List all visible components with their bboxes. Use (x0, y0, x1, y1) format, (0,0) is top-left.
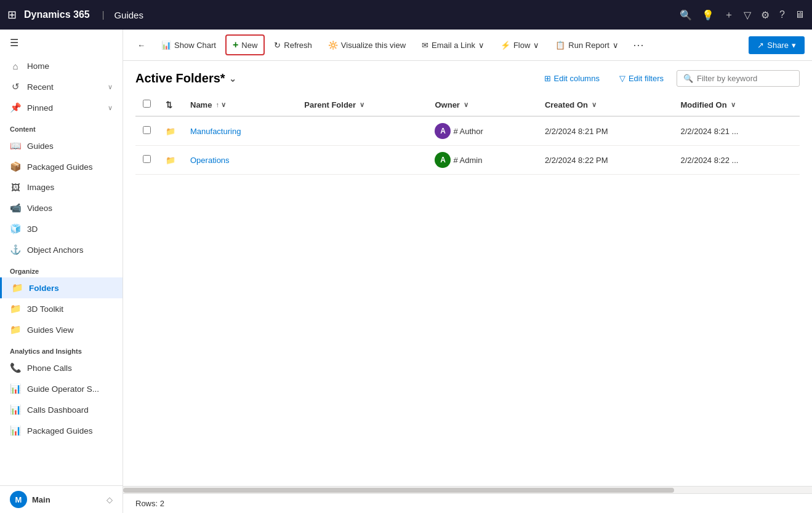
help-icon[interactable]: ? (779, 9, 785, 20)
phone-icon: 📞 (10, 362, 21, 373)
edit-filters-button[interactable]: ▽ Edit filters (613, 70, 670, 87)
search-icon[interactable]: 🔍 (680, 9, 692, 21)
nav-icon-group: 🔍 💡 ＋ ▽ ⚙ ? 🖥 (680, 9, 805, 22)
hamburger-button[interactable]: ☰ (0, 30, 123, 56)
row1-checkbox[interactable] (143, 126, 151, 134)
row-count-bar: Rows: 2 (123, 493, 812, 513)
row1-type-icon: 📁 (166, 127, 175, 136)
modified-on-column-header[interactable]: Modified On ∨ (673, 93, 800, 116)
footer-left: M Main (10, 491, 50, 508)
table-row: 📁 Operations A # Admin (135, 146, 800, 175)
add-icon[interactable]: ＋ (724, 9, 734, 22)
edit-columns-button[interactable]: ⊞ Edit columns (537, 70, 606, 87)
sidebar-item-images-label: Images (27, 183, 54, 192)
row2-parent-folder-cell (297, 146, 427, 175)
pinned-icon: 📌 (10, 102, 21, 113)
row1-owner-cell: A # Author (427, 116, 537, 146)
flow-button[interactable]: ⚡ Flow ∨ (494, 36, 546, 54)
row1-created-on: 2/2/2024 8:21 PM (545, 127, 608, 136)
parent-folder-column-header[interactable]: Parent Folder ∨ (297, 93, 427, 116)
table-area: ⇅ Name ↑ ∨ Parent Folder ∨ (123, 93, 812, 486)
horizontal-scrollbar[interactable] (123, 486, 812, 493)
sidebar-item-guide-operator[interactable]: 📊 Guide Operator S... (0, 378, 123, 399)
list-title-dropdown[interactable]: ⌄ (229, 74, 236, 84)
columns-icon: ⊞ (544, 74, 551, 83)
more-button[interactable]: ⋯ (628, 36, 649, 54)
table-row: 📁 Manufacturing A # Author (135, 116, 800, 146)
sidebar-item-calls-dashboard[interactable]: 📊 Calls Dashboard (0, 399, 123, 420)
row2-name-link[interactable]: Operations (190, 156, 230, 165)
sidebar-item-home-label: Home (27, 62, 49, 71)
sidebar-item-folders[interactable]: 📁 Folders (0, 277, 123, 298)
footer-avatar: M (10, 491, 27, 508)
select-all-checkbox[interactable] (143, 100, 151, 108)
filters-icon: ▽ (619, 74, 625, 83)
row2-type-icon: 📁 (166, 156, 175, 165)
sidebar-item-guides-view[interactable]: 📁 Guides View (0, 319, 123, 340)
sidebar-item-object-anchors[interactable]: ⚓ Object Anchors (0, 239, 123, 260)
email-link-label: Email a Link (432, 41, 475, 50)
sidebar-item-packaged-guides-analytics[interactable]: 📊 Packaged Guides (0, 420, 123, 441)
folders-icon: 📁 (12, 282, 23, 293)
settings-icon[interactable]: ⚙ (761, 9, 770, 21)
row2-owner-name: # Admin (453, 156, 482, 165)
sidebar-item-3d[interactable]: 🧊 3D (0, 218, 123, 239)
row2-checkbox-cell[interactable] (135, 146, 158, 175)
refresh-button[interactable]: ↻ Refresh (267, 36, 319, 54)
visualize-button[interactable]: 🔆 Visualize this view (321, 36, 412, 54)
footer-expand-icon[interactable]: ◇ (107, 495, 113, 504)
row1-owner-name: # Author (453, 127, 483, 136)
sidebar-item-home[interactable]: ⌂ Home (0, 56, 123, 76)
row2-name-cell[interactable]: Operations (183, 146, 297, 175)
filter-icon[interactable]: ▽ (744, 9, 751, 21)
filter-search-box[interactable]: 🔍 (677, 70, 800, 87)
list-actions: ⊞ Edit columns ▽ Edit filters 🔍 (537, 70, 800, 87)
created-on-column-header[interactable]: Created On ∨ (537, 93, 673, 116)
sidebar-item-images[interactable]: 🖼 Images (0, 177, 123, 197)
email-link-button[interactable]: ✉ Email a Link ∨ (415, 36, 491, 54)
run-report-button[interactable]: 📋 Run Report ∨ (549, 36, 625, 54)
sidebar-item-recent[interactable]: ↺ Recent ∨ (0, 76, 123, 97)
select-all-column[interactable] (135, 93, 158, 116)
row1-checkbox-cell[interactable] (135, 116, 158, 146)
guides-view-icon: 📁 (10, 324, 21, 335)
refresh-icon: ↻ (274, 41, 281, 50)
row-icon-column: ⇅ (158, 93, 183, 116)
row1-name-cell[interactable]: Manufacturing (183, 116, 297, 146)
data-table: ⇅ Name ↑ ∨ Parent Folder ∨ (135, 93, 800, 175)
sidebar-item-videos[interactable]: 📹 Videos (0, 197, 123, 218)
app-grid-button[interactable]: ⊞ (7, 8, 17, 22)
row2-checkbox[interactable] (143, 155, 151, 163)
lightbulb-icon[interactable]: 💡 (702, 9, 714, 21)
scrollbar-thumb[interactable] (123, 488, 674, 493)
back-button[interactable]: ← (131, 36, 152, 54)
row2-modified-on: 2/2/2024 8:22 ... (680, 156, 738, 165)
filter-search-input[interactable] (697, 74, 793, 83)
sidebar-item-pinned[interactable]: 📌 Pinned ∨ (0, 97, 123, 118)
sidebar-item-guides[interactable]: 📖 Guides (0, 135, 123, 156)
share-button[interactable]: ↗ Share ▾ (749, 36, 805, 54)
list-header: Active Folders* ⌄ ⊞ Edit columns ▽ Edit … (123, 61, 812, 93)
new-button[interactable]: + New (225, 34, 265, 55)
3d-icon: 🧊 (10, 223, 21, 234)
row1-owner-avatar: A (435, 123, 451, 139)
row1-name-link[interactable]: Manufacturing (190, 127, 241, 136)
images-icon: 🖼 (10, 182, 21, 193)
show-chart-button[interactable]: 📊 Show Chart (155, 36, 223, 54)
content-area: ← 📊 Show Chart + New ↻ Refresh 🔆 Visuali… (123, 30, 812, 513)
section-content-label: Content (0, 118, 123, 135)
sidebar-item-packaged-guides[interactable]: 📦 Packaged Guides (0, 156, 123, 177)
row1-modified-on-cell: 2/2/2024 8:21 ... (673, 116, 800, 146)
name-sort-icon: ↑ ∨ (215, 101, 226, 109)
screen-icon[interactable]: 🖥 (795, 9, 805, 20)
owner-column-header[interactable]: Owner ∨ (427, 93, 537, 116)
grid-icon: ⊞ (7, 8, 17, 22)
sidebar-item-3d-toolkit[interactable]: 📁 3D Toolkit (0, 298, 123, 319)
sidebar-item-phone-calls[interactable]: 📞 Phone Calls (0, 357, 123, 378)
plus-icon: + (233, 39, 238, 50)
footer-main-label: Main (32, 495, 50, 504)
run-report-dropdown-icon: ∨ (613, 41, 619, 50)
parent-folder-sort-icon: ∨ (360, 101, 364, 109)
section-analytics-label: Analytics and Insights (0, 340, 123, 357)
name-column-header[interactable]: Name ↑ ∨ (183, 93, 297, 116)
